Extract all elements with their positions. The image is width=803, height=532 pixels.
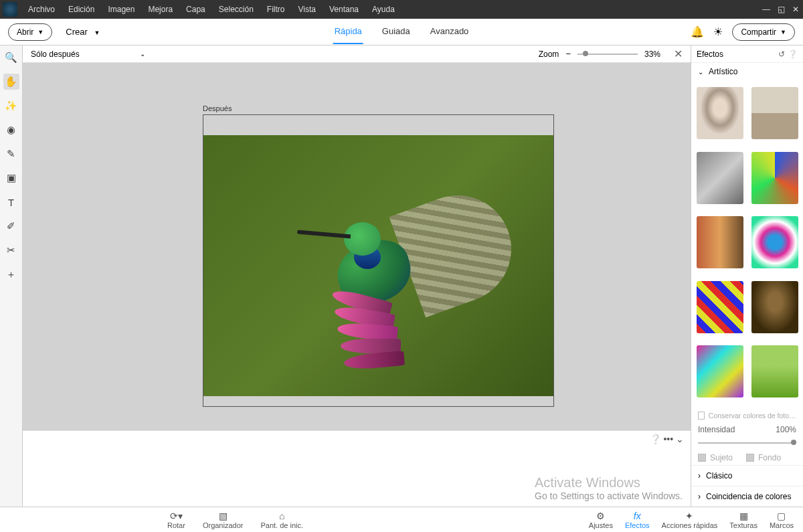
document-frame [203, 114, 554, 407]
rotate-icon: ⟳▾ [170, 511, 183, 521]
close-window-icon[interactable]: ✕ [788, 5, 803, 14]
close-document-icon[interactable]: ✕ [674, 48, 683, 60]
section-classic[interactable]: › Clásico [691, 465, 803, 486]
fx-icon: fx [634, 511, 641, 521]
camera-tool-icon[interactable]: ▣ [3, 170, 19, 186]
maximize-icon[interactable]: ◱ [774, 5, 788, 14]
crop-tool-icon[interactable]: ✂ [3, 242, 19, 258]
canvas-area: Después ❔ ••• ⌄ [23, 63, 691, 507]
menu-archivo[interactable]: Archivo [21, 5, 62, 14]
checkbox-icon[interactable] [746, 454, 754, 462]
effect-thumbnails [691, 80, 803, 409]
effect-thumb[interactable] [751, 281, 798, 333]
brightness-icon[interactable]: ☀ [713, 25, 723, 38]
subject-bg-row: Sujeto Fondo [691, 450, 803, 465]
section-colormatch[interactable]: › Coincidencia de colores [691, 486, 803, 507]
organizer-button[interactable]: ▧ Organizador [203, 511, 244, 529]
activation-watermark: Activate Windows Go to Settings to activ… [535, 475, 683, 501]
menu-mejora[interactable]: Mejora [141, 5, 179, 14]
zoom-out-icon[interactable]: − [565, 49, 571, 59]
chevron-right-icon: › [698, 492, 701, 501]
whiten-tool-icon[interactable]: ✎ [3, 146, 19, 162]
effect-thumb[interactable] [751, 152, 798, 204]
menu-ventana[interactable]: Ventana [323, 5, 365, 14]
texture-icon: ▦ [739, 511, 748, 521]
tab-guided[interactable]: Guiada [381, 19, 412, 44]
menu-capa[interactable]: Capa [179, 5, 212, 14]
caret-down-icon: ▼ [37, 29, 43, 35]
share-button[interactable]: Compartir ▼ [732, 23, 795, 41]
chevron-right-icon: › [698, 471, 701, 480]
chevron-down-icon: ⌄ [698, 68, 703, 76]
menu-filtro[interactable]: Filtro [260, 5, 292, 14]
canvas-panel: Sólo después ⌄ Zoom − 33% ✕ Después [23, 46, 691, 507]
hand-tool-icon[interactable]: ✋ [3, 74, 19, 90]
quick-actions-button[interactable]: ✦ Acciones rápidas [662, 511, 718, 529]
zoom-tool-icon[interactable]: 🔍 [3, 50, 19, 66]
menu-imagen[interactable]: Imagen [101, 5, 141, 14]
effects-panel-header: Efectos ↺ ❔ [691, 46, 803, 63]
menu-vista[interactable]: Vista [291, 5, 322, 14]
bell-icon[interactable]: 🔔 [691, 25, 704, 38]
more-options-icon[interactable]: ❔ ••• ⌄ [650, 434, 684, 444]
frame-icon: ▢ [777, 511, 786, 521]
add-tool-icon[interactable]: ＋ [3, 266, 19, 282]
effect-thumb[interactable] [697, 87, 743, 139]
effect-thumb[interactable] [697, 152, 743, 204]
sliders-icon: ⚙ [596, 511, 605, 521]
checkbox-icon[interactable] [698, 412, 705, 420]
minimize-icon[interactable]: — [759, 5, 774, 14]
hummingbird [257, 169, 525, 369]
app-logo [3, 2, 17, 17]
preserve-checkbox-row[interactable]: Conservar colores de fotografía or... [691, 409, 803, 422]
view-bar: Sólo después ⌄ Zoom − 33% ✕ [23, 46, 691, 63]
redeye-tool-icon[interactable]: ◉ [3, 122, 19, 138]
eyedropper-tool-icon[interactable]: ✐ [3, 218, 19, 234]
canvas-footer: ❔ ••• ⌄ Activate Windows Go to Settings … [23, 430, 691, 507]
caret-down-icon: ▼ [780, 29, 786, 35]
effect-thumb[interactable] [697, 345, 743, 397]
menu-ayuda[interactable]: Ayuda [365, 5, 402, 14]
adjust-button[interactable]: ⚙ Ajustes [589, 511, 613, 529]
tab-advanced[interactable]: Avanzado [429, 19, 470, 44]
effect-thumb[interactable] [751, 216, 798, 268]
home-icon: ⌂ [279, 511, 284, 521]
organizer-icon: ▧ [219, 511, 228, 521]
open-label: Abrir [17, 27, 33, 37]
section-artistic[interactable]: ⌄ Artístico [691, 63, 803, 80]
effect-thumb[interactable] [751, 87, 798, 139]
effect-thumb[interactable] [697, 216, 743, 268]
frames-button[interactable]: ▢ Marcos [770, 511, 794, 529]
effects-title: Efectos [697, 50, 723, 59]
tab-quick[interactable]: Rápida [333, 19, 363, 44]
document-image[interactable] [203, 135, 553, 396]
view-mode-dropdown[interactable]: Sólo después ⌄ [31, 50, 145, 59]
intensity-slider[interactable] [698, 440, 796, 444]
toolbar: Abrir ▼ Crear ▼ Rápida Guiada Avanzado 🔔… [0, 19, 803, 46]
rotate-button[interactable]: ⟳▾ Rotar [167, 511, 185, 529]
create-button[interactable]: Crear ▼ [66, 27, 100, 37]
chevron-down-icon: ⌄ [140, 50, 145, 58]
zoom-value: 33% [644, 50, 660, 59]
menu-bar: Archivo Edición Imagen Mejora Capa Selec… [0, 0, 803, 19]
reset-icon[interactable]: ↺ [778, 50, 785, 59]
menu-seleccion[interactable]: Selección [212, 5, 260, 14]
mode-tabs: Rápida Guiada Avanzado [333, 19, 470, 44]
zoom-slider[interactable] [577, 54, 638, 55]
bottom-bar: ⟳▾ Rotar ▧ Organizador ⌂ Pant. de inic. … [0, 507, 803, 532]
menu-edicion[interactable]: Edición [62, 5, 101, 14]
help-icon[interactable]: ❔ [788, 50, 798, 59]
textures-button[interactable]: ▦ Texturas [729, 511, 757, 529]
text-tool-icon[interactable]: T [3, 194, 19, 210]
effects-button[interactable]: fx Efectos [625, 511, 650, 529]
home-button[interactable]: ⌂ Pant. de inic. [260, 511, 303, 529]
after-label: Después [203, 104, 232, 112]
zoom-label: Zoom [539, 50, 559, 59]
quick-select-tool-icon[interactable]: ✨ [3, 98, 19, 114]
effect-thumb[interactable] [751, 345, 798, 397]
intensity-row: Intensidad 100% [691, 422, 803, 437]
effects-panel: Efectos ↺ ❔ ⌄ Artístico Conservar colore… [691, 46, 803, 507]
checkbox-icon[interactable] [698, 454, 706, 462]
open-button[interactable]: Abrir ▼ [8, 23, 52, 41]
effect-thumb[interactable] [697, 281, 743, 333]
